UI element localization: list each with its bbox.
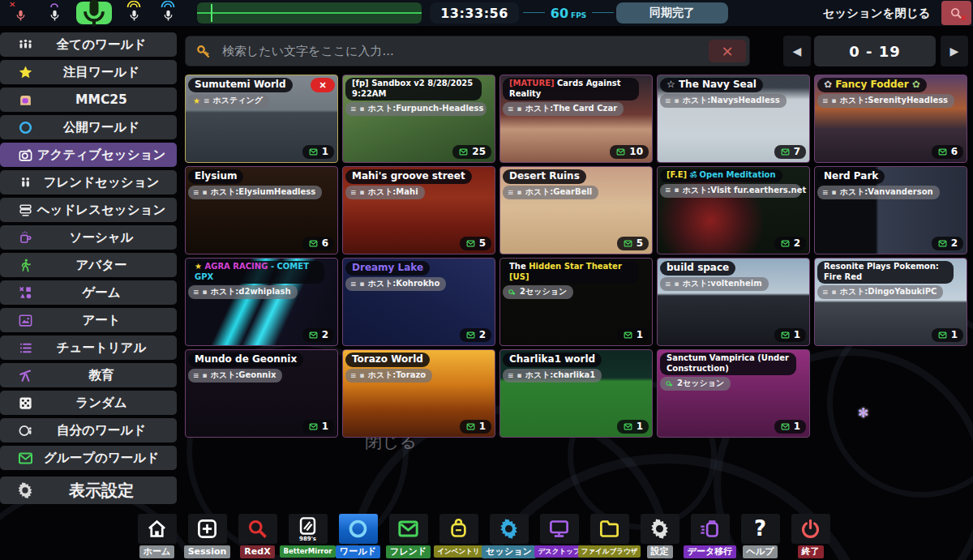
dock-item-5[interactable]: フレンド <box>384 514 433 558</box>
sidebar-item-7[interactable]: ソーシャル <box>0 225 177 250</box>
dock-item-12[interactable]: ?ヘルプ <box>735 514 785 558</box>
sidebar-item-6[interactable]: ヘッドレスセッション <box>0 198 177 222</box>
world-card[interactable]: Mahi's groove street≡▪ホスト:Mahi5 <box>342 166 495 254</box>
card-title-row: build space <box>660 261 807 276</box>
user-count-badge: 2 <box>932 237 963 250</box>
world-card[interactable]: Resonite Plays Pokemon: Fire Red≡▪ホスト:Di… <box>814 258 967 346</box>
world-card[interactable]: Nerd Park≡▪ホスト:Vanvanderson2 <box>814 166 967 254</box>
dock-item-4[interactable]: ワールド <box>333 514 383 558</box>
card-title-row: [F.E] ॐ Open Meditation <box>660 169 807 182</box>
dock-item-10[interactable]: 設定 <box>635 514 684 558</box>
user-count: 1 <box>951 329 958 340</box>
card-close-button[interactable]: ✕ <box>311 78 335 92</box>
dock-item-8[interactable]: デスクトップ <box>534 514 584 558</box>
world-card[interactable]: Charlika1 world≡▪ホスト:charlika11 <box>499 349 653 438</box>
mic-range-medium[interactable] <box>122 2 146 24</box>
sidebar-item-11[interactable]: チュートリアル <box>0 336 177 360</box>
host-list-icon: ≡ <box>508 189 514 196</box>
page-next-button[interactable]: ▶ <box>941 36 968 66</box>
card-title: Dreamy Lake <box>345 261 430 276</box>
sidebar-item-8[interactable]: アバター <box>0 253 177 277</box>
envelope-icon-wrap <box>16 449 34 467</box>
gear-icon-wrap <box>16 481 34 499</box>
world-card[interactable]: ✿ Fancy Fodder ✿≡▪ホスト:SerenityHeadless6 <box>814 75 967 163</box>
card-head: ☆ The Navy Seal≡▪ホスト:NavysHeadless <box>658 75 809 108</box>
sidebar-item-5[interactable]: フレンドセッション <box>0 170 177 195</box>
mic-active[interactable] <box>76 2 112 24</box>
mic-wave-icon <box>46 1 62 8</box>
search-bar[interactable]: ✕ <box>185 36 750 66</box>
card-head: [fp] Sandbox v2 8/28/2025 9:22AM≡▪ホスト:Fu… <box>343 75 495 116</box>
world-card[interactable]: Sumutemi World✕★≡ホスティング1 <box>185 75 338 163</box>
host-user-icon: ▪ <box>675 97 679 105</box>
sidebar-item-10[interactable]: アート <box>0 308 177 332</box>
card-title-part: Elysium <box>195 170 237 182</box>
dock-item-3[interactable]: 989'sBetterMirror <box>283 514 332 558</box>
page-prev-button[interactable]: ◀ <box>783 36 811 66</box>
dock-item-7[interactable]: セッション <box>484 514 534 558</box>
sidebar-item-13[interactable]: ランダム <box>0 391 177 415</box>
world-card[interactable]: ☆ The Navy Seal≡▪ホスト:NavysHeadless7 <box>657 75 810 163</box>
sidebar-item-label: チュートリアル <box>34 340 177 357</box>
world-card[interactable]: Mundo de Geonnix≡▪ホスト:Geonnix1 <box>185 349 338 438</box>
sidebar-item-label: 自分のワールド <box>34 422 177 439</box>
host-list-icon: ≡ <box>665 97 671 105</box>
world-card[interactable]: [MATURE] Cards Against Reality≡▪ホスト:The … <box>499 75 653 163</box>
user-count: 7 <box>794 146 800 157</box>
user-count: 1 <box>322 146 328 157</box>
world-card[interactable]: build space≡▪ホスト:voltenheim1 <box>657 258 810 346</box>
world-card[interactable]: [fp] Sandbox v2 8/28/2025 9:22AM≡▪ホスト:Fu… <box>342 75 495 163</box>
world-card[interactable]: ★ AGRA RACING - COMET GPX≡▪ホスト:d2whiplas… <box>185 258 338 346</box>
ring-icon <box>18 120 33 135</box>
card-head: build space≡▪ホスト:voltenheim <box>658 259 809 291</box>
card-head: [F.E] ॐ Open Meditation≡▪ホスト:Visit fur.e… <box>658 167 809 198</box>
world-card[interactable]: The Hidden Star Theater [US]2セッション1 <box>499 258 653 346</box>
host-user-icon: ▪ <box>360 372 365 379</box>
sidebar-item-14[interactable]: 自分のワールド <box>0 418 177 442</box>
dock-item-0[interactable]: ホーム <box>132 514 182 558</box>
dock-item-1[interactable]: Session <box>182 514 232 558</box>
card-title-part: The <box>509 262 529 271</box>
sidebar-item-4[interactable]: アクティブセッション <box>0 143 177 167</box>
sidebar-item-9[interactable]: ゲーム <box>0 280 177 305</box>
dock-item-9[interactable]: ファイルブラウザ <box>585 514 634 558</box>
search-clear-button[interactable]: ✕ <box>709 40 746 62</box>
world-card[interactable]: Elysium≡▪ホスト:ElysiumHeadless6 <box>185 166 338 254</box>
dock-item-6[interactable]: インベントリ <box>434 514 483 558</box>
sidebar-item-3[interactable]: 公開ワールド <box>0 115 177 139</box>
close-session-button[interactable]: セッションを閉じる <box>815 0 938 26</box>
mic-muted[interactable]: ✕ <box>8 2 32 24</box>
world-card[interactable]: Desert Ruins≡▪ホスト:GearBell5 <box>499 166 653 254</box>
dock-label: デスクトップ <box>534 545 583 558</box>
world-card[interactable]: Sanctum Vampirica (Under Construction)2セ… <box>657 349 810 438</box>
sidebar-item-2[interactable]: MMC25 <box>0 88 177 112</box>
sidebar-item-label: MMC25 <box>34 92 177 107</box>
sidebar-item-1[interactable]: 注目ワールド <box>0 60 177 84</box>
envelope-icon <box>780 239 791 248</box>
world-card[interactable]: Dreamy Lake≡▪ホスト:Kohrokho2 <box>342 258 495 346</box>
mic-range-wide[interactable] <box>156 2 180 24</box>
sidebar-item-16[interactable]: 表示設定 <box>0 477 177 504</box>
host-user-icon: ▪ <box>517 189 522 196</box>
envelope-icon <box>615 147 626 156</box>
dock-label: セッション <box>482 545 535 558</box>
sidebar-item-15[interactable]: グループのワールド <box>0 446 177 470</box>
dock-item-11[interactable]: データ移行 <box>685 514 735 558</box>
sidebar-item-0[interactable]: 全てのワールド <box>0 32 177 57</box>
card-host-text: 2セッション <box>677 378 724 389</box>
dock-item-2[interactable]: RedX <box>233 514 282 558</box>
sync-status-button[interactable]: 同期完了 <box>616 2 728 24</box>
card-host-text: ホスト:ElysiumHeadless <box>211 186 316 198</box>
host-list-icon: ≡ <box>193 372 199 379</box>
dock-item-13[interactable]: 終了 <box>786 514 835 558</box>
world-card[interactable]: Torazo World≡▪ホスト:Torazo1 <box>342 349 495 438</box>
card-host-text: ホスト:Furpunch-Headless <box>368 103 484 114</box>
world-card[interactable]: [F.E] ॐ Open Meditation≡▪ホスト:Visit fur.e… <box>657 166 810 254</box>
host-list-icon: ≡ <box>193 189 199 196</box>
people2-icon <box>18 175 33 190</box>
sidebar-item-12[interactable]: 教育 <box>0 363 177 387</box>
search-input[interactable] <box>221 43 709 59</box>
dock-tile <box>389 514 428 544</box>
mic-normal[interactable] <box>42 2 66 24</box>
end-session-icon-button[interactable]: ✕ <box>941 1 971 25</box>
